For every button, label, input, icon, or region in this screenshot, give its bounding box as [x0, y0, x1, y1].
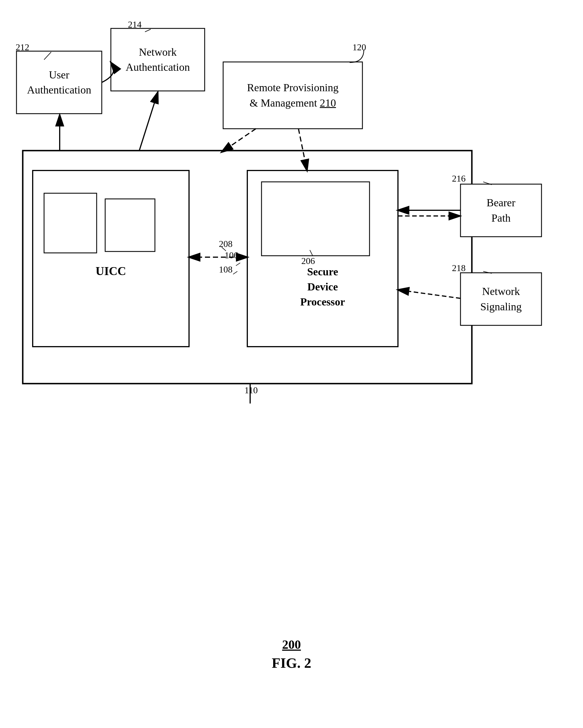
figure-title: FIG. 2 — [0, 655, 583, 671]
svg-line-33 — [236, 263, 240, 266]
bearer-path-box: Bearer Path — [460, 184, 541, 237]
ref-110: 110 — [245, 385, 258, 395]
figure-label-area: 200 FIG. 2 — [0, 638, 583, 671]
ref-212: 212 — [16, 42, 29, 53]
figure-number: 200 — [0, 638, 583, 652]
svg-rect-10 — [105, 199, 155, 252]
svg-line-31 — [310, 250, 313, 256]
network-auth-box: Network Authentication — [111, 28, 205, 91]
remote-prov-ref: 210 — [320, 97, 336, 109]
uicc-label: UICC — [33, 264, 189, 278]
svg-rect-8 — [33, 171, 189, 347]
ref-108: 108 — [219, 264, 232, 275]
svg-rect-11 — [247, 171, 398, 347]
svg-line-19 — [139, 92, 158, 151]
network-auth-label: Network Authentication — [126, 45, 190, 75]
svg-rect-9 — [44, 193, 97, 253]
secure-proc-label: Secure Device Processor — [247, 264, 398, 310]
ref-206: 206 — [301, 256, 315, 266]
user-auth-box: User Authentication — [17, 51, 102, 114]
bearer-path-label: Bearer Path — [487, 195, 515, 225]
ref-218: 218 — [452, 263, 465, 274]
ref-120: 120 — [353, 42, 366, 53]
svg-line-25 — [398, 290, 460, 298]
svg-line-21 — [299, 129, 307, 171]
remote-prov-box: Remote Provisioning& Management 210 — [223, 62, 362, 129]
ref-214: 214 — [128, 19, 142, 30]
network-sig-label: Network Signaling — [480, 284, 522, 314]
network-sig-box: Network Signaling — [460, 273, 541, 326]
svg-rect-12 — [261, 182, 370, 256]
ref-106: 106 — [225, 250, 238, 261]
user-auth-label: User Authentication — [27, 67, 91, 98]
svg-line-34 — [233, 271, 237, 274]
ref-208: 208 — [219, 239, 232, 249]
remote-prov-label: Remote Provisioning& Management 210 — [247, 80, 338, 110]
ref-216: 216 — [452, 173, 465, 184]
svg-line-20 — [222, 129, 256, 152]
